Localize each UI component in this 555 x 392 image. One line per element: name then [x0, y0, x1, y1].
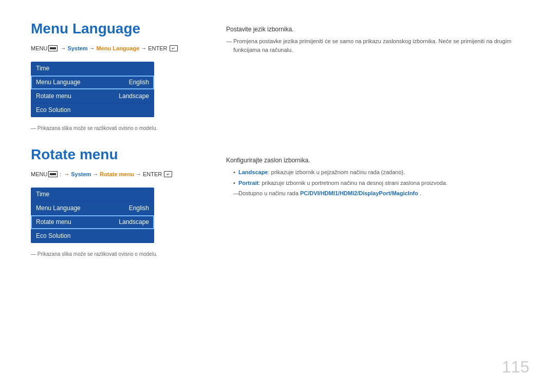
menu-language-section: Menu Language MENU → System → Menu Langu…	[31, 21, 206, 131]
bullet-landscape: Landscape: prikazuje izbornik u pejzažno…	[233, 168, 529, 177]
portrait-text: : prikazuje izbornik u portretnom načinu…	[258, 180, 447, 186]
landscape-term: Landscape	[238, 169, 268, 175]
menu-language-title: Menu Language	[31, 21, 206, 37]
rotate-menu-mockup: Time Menu Language English Rotate menu L…	[31, 188, 154, 243]
enter-label: ENTER	[148, 45, 167, 51]
enter-label-2: ENTER	[143, 171, 162, 177]
right-column: Postavite jezik izbornika. Promjena post…	[226, 21, 529, 371]
disclaimer-2: Prikazana slika može se razlikovati ovis…	[31, 251, 206, 257]
menu-icon-2	[48, 171, 58, 177]
arrow1: →	[60, 45, 66, 51]
rotate-menu-description: Konfigurirajte zaslon izbornika. Landsca…	[226, 157, 529, 198]
desc-note-1: Promjena postavke jezika primijeniti će …	[226, 37, 529, 54]
menu-item-rotate-2: Rotate menu Landscape	[31, 215, 154, 229]
menu-item-rotate-1: Rotate menu Landscape	[31, 89, 154, 103]
menu-item-eco-2: Eco Solution	[31, 229, 154, 243]
menu-label-2: MENU	[31, 171, 47, 177]
rotate-menu-section: Rotate menu MENU : → System → Rotate men…	[31, 146, 206, 257]
enter-icon-2	[164, 171, 172, 177]
note-links: PC/DVI/HDMI1/HDMI2/DisplayPort/MagicInfo	[300, 190, 420, 196]
link-dvi: DVI	[309, 190, 319, 196]
link-pc: PC	[300, 190, 308, 196]
link-magicinfo: MagicInfo	[392, 190, 418, 196]
menu-language-mockup: Time Menu Language English Rotate menu L…	[31, 62, 154, 117]
menu-item-time-2: Time	[31, 188, 154, 201]
menu-language-description: Postavite jezik izbornika. Promjena post…	[226, 26, 529, 54]
menu-language-link: Menu Language	[97, 45, 140, 51]
note-prefix: Dostupno u načinu rada	[238, 190, 300, 196]
link-hdmi1: HDMI1	[321, 190, 338, 196]
portrait-term: Portrait	[238, 180, 258, 186]
system-link-2: System	[71, 171, 91, 177]
menu-icon	[48, 45, 58, 51]
page-number: 115	[502, 358, 529, 377]
disclaimer-1: Prikazana slika može se razlikovati ovis…	[31, 125, 206, 131]
link-displayport: DisplayPort	[359, 190, 390, 196]
rotate-menu-title: Rotate menu	[31, 146, 206, 163]
rotate-menu-link: Rotate menu	[100, 171, 134, 177]
page-container: Menu Language MENU → System → Menu Langu…	[0, 0, 555, 392]
desc-title-1: Postavite jezik izbornika.	[226, 26, 529, 33]
rotate-menu-note: Dostupno u načinu rada PC/DVI/HDMI1/HDMI…	[226, 189, 529, 198]
desc-title-2: Konfigurirajte zaslon izbornika.	[226, 157, 529, 164]
rotate-menu-bullets: Landscape: prikazuje izbornik u pejzažno…	[226, 168, 529, 187]
link-hdmi2: HDMI2	[340, 190, 357, 196]
menu-language-breadcrumb: MENU → System → Menu Language → ENTER	[31, 45, 206, 51]
menu-item-language-2: Menu Language English	[31, 201, 154, 215]
left-column: Menu Language MENU → System → Menu Langu…	[31, 21, 206, 371]
enter-icon	[170, 45, 178, 51]
menu-item-time-1: Time	[31, 62, 154, 76]
system-link: System	[67, 45, 87, 51]
rotate-menu-breadcrumb: MENU : → System → Rotate menu → ENTER	[31, 171, 206, 177]
menu-label: MENU	[31, 45, 47, 51]
bullet-portrait: Portrait: prikazuje izbornik u portretno…	[233, 179, 529, 188]
menu-item-eco-1: Eco Solution	[31, 103, 154, 117]
landscape-text: : prikazuje izbornik u pejzažnom načinu …	[268, 169, 405, 175]
menu-item-language-1: Menu Language English	[31, 76, 154, 89]
